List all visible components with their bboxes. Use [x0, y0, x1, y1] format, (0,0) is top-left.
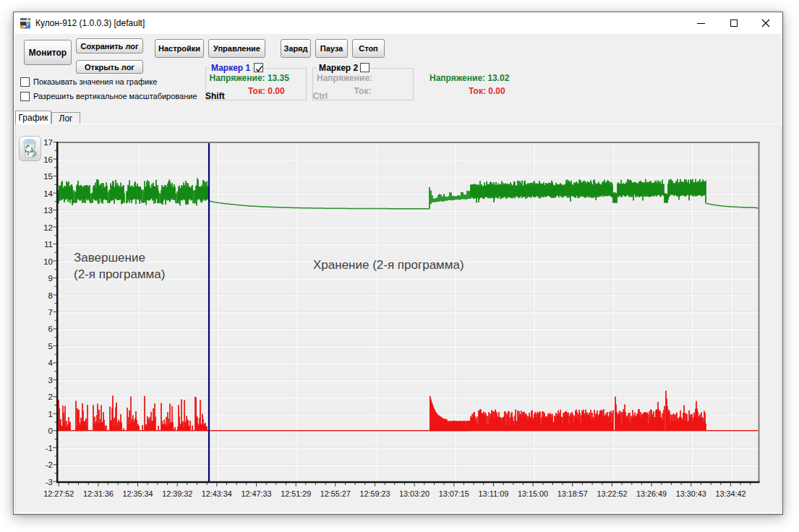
svg-text:3: 3: [48, 376, 53, 385]
svg-text:10: 10: [43, 257, 53, 266]
svg-text:12:43:34: 12:43:34: [202, 489, 233, 498]
svg-text:5: 5: [48, 342, 53, 351]
svg-text:6: 6: [48, 325, 53, 333]
svg-text:7: 7: [48, 308, 53, 317]
svg-text:13:30:43: 13:30:43: [676, 489, 706, 498]
svg-text:11: 11: [44, 240, 53, 249]
svg-text:16: 16: [43, 155, 53, 164]
svg-text:12:55:27: 12:55:27: [320, 489, 351, 498]
svg-text:12:47:33: 12:47:33: [242, 489, 272, 498]
svg-text:13:07:15: 13:07:15: [439, 489, 469, 498]
svg-text:Завершение: Завершение: [74, 251, 145, 265]
svg-text:9: 9: [48, 274, 53, 283]
svg-text:13:34:42: 13:34:42: [715, 489, 745, 498]
svg-text:12: 12: [43, 223, 53, 232]
svg-text:12:35:34: 12:35:34: [123, 489, 154, 498]
svg-text:1: 1: [48, 410, 53, 419]
svg-text:13: 13: [43, 206, 53, 215]
svg-text:12:51:29: 12:51:29: [281, 489, 311, 498]
svg-text:17: 17: [43, 138, 53, 147]
svg-text:13:15:00: 13:15:00: [518, 489, 548, 498]
svg-text:-1: -1: [46, 444, 53, 452]
svg-text:(2-я программа): (2-я программа): [74, 267, 165, 281]
svg-text:4: 4: [48, 359, 54, 367]
svg-text:14: 14: [43, 189, 53, 198]
svg-text:13:18:57: 13:18:57: [557, 489, 588, 498]
svg-text:-3: -3: [46, 478, 53, 486]
svg-text:8: 8: [48, 291, 53, 300]
svg-text:12:27:52: 12:27:52: [43, 489, 74, 498]
svg-text:12:31:36: 12:31:36: [83, 489, 114, 498]
svg-text:2: 2: [48, 392, 53, 401]
svg-text:0: 0: [48, 426, 53, 435]
svg-text:13:11:09: 13:11:09: [479, 489, 509, 498]
svg-text:13:03:20: 13:03:20: [399, 489, 430, 498]
svg-text:13:26:49: 13:26:49: [636, 489, 667, 498]
svg-text:Хранение (2-я программа): Хранение (2-я программа): [313, 258, 464, 272]
svg-text:12:59:23: 12:59:23: [360, 489, 390, 498]
svg-text:15: 15: [43, 172, 53, 181]
svg-text:13:22:52: 13:22:52: [597, 489, 627, 498]
svg-text:12:39:32: 12:39:32: [162, 489, 192, 498]
svg-text:-2: -2: [46, 460, 53, 469]
